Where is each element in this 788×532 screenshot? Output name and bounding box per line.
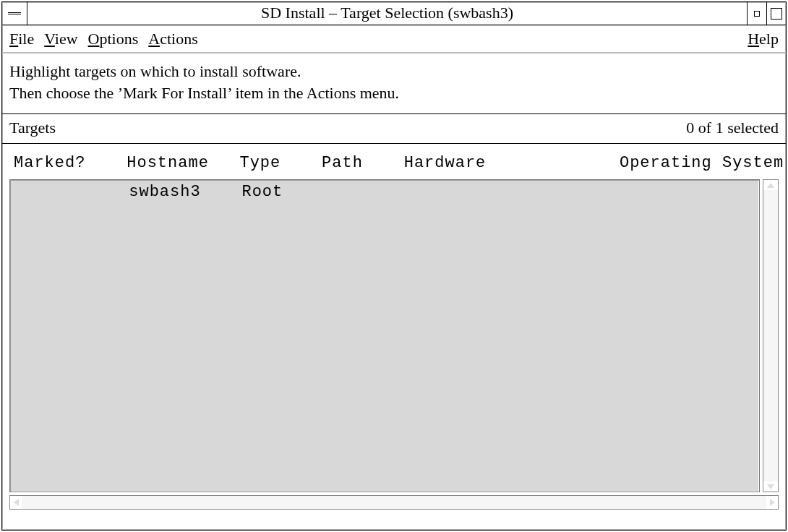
title-bar: SD Install – Target Selection (swbash3) bbox=[2, 2, 786, 25]
list-container: swbash3 Root bbox=[2, 179, 786, 514]
horizontal-scrollbar[interactable] bbox=[9, 495, 779, 510]
window-title: SD Install – Target Selection (swbash3) bbox=[27, 2, 747, 25]
targets-header: Targets 0 of 1 selected bbox=[2, 114, 786, 144]
footer-gap bbox=[2, 514, 786, 530]
scroll-down-button[interactable] bbox=[763, 481, 778, 492]
system-menu-button[interactable] bbox=[2, 2, 27, 25]
minimize-icon bbox=[754, 11, 760, 17]
menu-options[interactable]: Options bbox=[88, 30, 139, 48]
table-row[interactable]: swbash3 Root bbox=[10, 180, 759, 201]
instruction-text: Highlight targets on which to install so… bbox=[2, 53, 786, 114]
menu-actions-rest: ctions bbox=[160, 30, 198, 48]
menu-file-rest: ile bbox=[18, 30, 34, 48]
menu-view-rest: iew bbox=[55, 30, 78, 48]
menu-help-rest: elp bbox=[759, 30, 779, 48]
chevron-down-icon bbox=[767, 484, 774, 489]
chevron-up-icon bbox=[767, 183, 774, 188]
menu-options-rest: ptions bbox=[99, 30, 138, 48]
scroll-up-button[interactable] bbox=[763, 180, 778, 190]
maximize-icon bbox=[771, 8, 782, 20]
menu-view[interactable]: View bbox=[44, 30, 77, 48]
targets-label: Targets bbox=[9, 119, 56, 137]
scroll-right-button[interactable] bbox=[766, 496, 778, 509]
vertical-scrollbar[interactable] bbox=[763, 179, 779, 492]
instruction-line-2: Then choose the ’Mark For Install’ item … bbox=[9, 82, 779, 104]
col-marked: Marked? Hostname Type Path Hardware Oper… bbox=[14, 154, 784, 172]
menu-help[interactable]: Help bbox=[748, 30, 779, 48]
menu-bar: File View Options Actions Help bbox=[2, 25, 786, 53]
scroll-left-button[interactable] bbox=[10, 496, 22, 509]
targets-status: 0 of 1 selected bbox=[686, 119, 779, 137]
hscroll-track[interactable] bbox=[22, 496, 766, 509]
minimize-button[interactable] bbox=[747, 2, 766, 25]
vscroll-track[interactable] bbox=[763, 190, 778, 481]
window-frame: SD Install – Target Selection (swbash3) … bbox=[1, 1, 787, 531]
system-menu-icon bbox=[8, 12, 21, 14]
chevron-right-icon bbox=[770, 499, 775, 506]
menu-actions[interactable]: Actions bbox=[148, 30, 197, 48]
targets-list[interactable]: swbash3 Root bbox=[9, 179, 760, 492]
maximize-button[interactable] bbox=[766, 2, 786, 25]
menu-file[interactable]: File bbox=[9, 30, 34, 48]
instruction-line-1: Highlight targets on which to install so… bbox=[9, 61, 779, 82]
column-headers: Marked? Hostname Type Path Hardware Oper… bbox=[2, 144, 786, 179]
chevron-left-icon bbox=[14, 499, 19, 506]
